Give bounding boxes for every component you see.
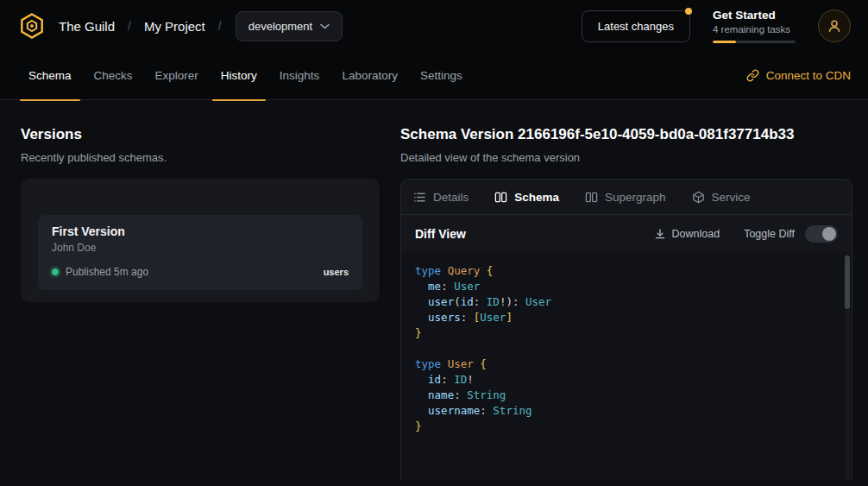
version-meta-row: Published 5m ago users (52, 266, 349, 278)
code-line: id: ID! (415, 372, 831, 388)
toggle-diff-switch[interactable] (805, 225, 838, 243)
tab-explorer[interactable]: Explorer (144, 52, 210, 100)
code-line: name: String (415, 388, 831, 403)
get-started-subtitle: 4 remaining tasks (713, 24, 796, 35)
detail-tab-schema[interactable]: Schema (494, 191, 559, 204)
detail-tab-label: Supergraph (605, 191, 666, 204)
environment-selector[interactable]: development (236, 11, 343, 41)
code-line: users: [User] (415, 310, 831, 325)
chevron-down-icon (320, 23, 330, 29)
tab-insights[interactable]: Insights (268, 52, 331, 100)
get-started-progress-fill (713, 41, 736, 43)
code-line: type Query { (415, 263, 831, 279)
toggle-knob (822, 227, 836, 241)
code-line (415, 341, 831, 357)
download-label: Download (672, 228, 720, 240)
detail-tab-label: Schema (514, 191, 559, 204)
content: Versions Recently published schemas. Fir… (0, 100, 868, 480)
schema-version-title: Schema Version 2166196f-5e10-4059-bd0a-0… (400, 126, 852, 143)
code-line: user(id: ID!): User (415, 294, 831, 310)
connect-to-cdn-button[interactable]: Connect to CDN (746, 69, 851, 82)
code-line: username: String (415, 403, 831, 419)
tab-laboratory[interactable]: Laboratory (330, 52, 409, 100)
code-line: } (415, 325, 831, 341)
header: The Guild / My Project / development Lat… (0, 0, 868, 52)
tab-history[interactable]: History (210, 52, 268, 100)
versions-section: Versions Recently published schemas. Fir… (21, 126, 380, 480)
notification-dot (685, 8, 692, 15)
detail-tab-label: Details (433, 191, 469, 204)
latest-changes-button[interactable]: Latest changes (582, 10, 690, 42)
breadcrumb-separator: / (128, 19, 131, 33)
detail-tabs: Details Schema Supergraph (401, 180, 852, 215)
breadcrumb-separator: / (218, 19, 222, 33)
tab-settings[interactable]: Settings (409, 52, 474, 100)
detail-tab-service[interactable]: Service (692, 191, 751, 204)
breadcrumb-org[interactable]: The Guild (59, 19, 115, 34)
breadcrumb-project[interactable]: My Project (144, 19, 205, 34)
guild-logo[interactable] (17, 11, 47, 41)
code-block: type Query { me: User user(id: ID!): Use… (415, 263, 831, 434)
download-icon (654, 228, 666, 240)
scrollbar-thumb[interactable] (845, 256, 850, 309)
version-name: First Version (52, 224, 349, 238)
link-icon (746, 69, 759, 82)
environment-selector-value: development (248, 20, 312, 33)
avatar[interactable] (818, 9, 851, 42)
diff-view-title: Diff View (415, 227, 466, 241)
toggle-diff-label: Toggle Diff (744, 228, 795, 240)
version-author: John Doe (52, 242, 349, 254)
get-started-widget[interactable]: Get Started 4 remaining tasks (713, 9, 796, 43)
top-chrome: The Guild / My Project / development Lat… (0, 0, 868, 100)
schema-code-viewer: type Query { me: User user(id: ID!): Use… (401, 252, 852, 480)
detail-tab-label: Service (712, 191, 751, 204)
code-line: } (415, 419, 831, 434)
user-icon (827, 18, 842, 34)
code-line: me: User (415, 279, 831, 294)
version-service-badge: users (324, 267, 349, 277)
columns-icon (585, 191, 598, 204)
schema-version-panel: Details Schema Supergraph (400, 179, 852, 480)
detail-tab-details[interactable]: Details (413, 191, 469, 204)
download-button[interactable]: Download (654, 228, 720, 240)
schema-version-section: Schema Version 2166196f-5e10-4059-bd0a-0… (400, 126, 852, 480)
get-started-progressbar (713, 41, 796, 43)
code-line: type User { (415, 357, 831, 372)
versions-title: Versions (21, 126, 380, 143)
latest-changes-label: Latest changes (598, 20, 674, 33)
diff-header: Diff View Download Toggle Diff (401, 215, 852, 252)
schema-version-subtitle: Detailed view of the schema version (400, 151, 852, 164)
hive-hexagon-icon (18, 12, 46, 40)
version-list-item[interactable]: First Version John Doe Published 5m ago … (38, 215, 362, 290)
get-started-title: Get Started (713, 9, 796, 22)
versions-card: First Version John Doe Published 5m ago … (21, 179, 380, 302)
list-icon (413, 191, 426, 204)
connect-to-cdn-label: Connect to CDN (766, 69, 851, 82)
version-status: Published 5m ago (66, 266, 148, 278)
tab-schema[interactable]: Schema (17, 52, 83, 100)
columns-icon (494, 191, 507, 204)
main-nav: Schema Checks Explorer History Insights … (0, 52, 868, 100)
published-status-dot (52, 268, 59, 275)
tab-checks[interactable]: Checks (83, 52, 144, 100)
breadcrumb: The Guild / My Project / (59, 19, 222, 34)
cube-icon (692, 191, 705, 204)
detail-tab-supergraph[interactable]: Supergraph (585, 191, 666, 204)
header-right: Latest changes Get Started 4 remaining t… (582, 9, 851, 43)
diff-actions: Download Toggle Diff (654, 225, 838, 243)
versions-subtitle: Recently published schemas. (21, 151, 380, 164)
